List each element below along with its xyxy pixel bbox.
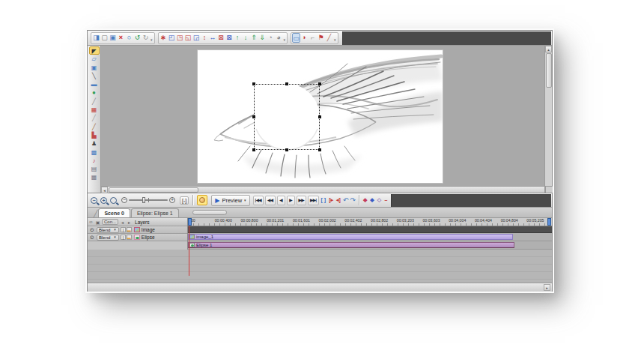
pen-tool[interactable]: ╱	[89, 97, 100, 106]
blend-mode-select[interactable]: Blend▼	[97, 235, 119, 241]
redo-button[interactable]: ↻	[142, 33, 150, 43]
timeline-mode-icon[interactable]: |	[121, 227, 126, 232]
rectangle-tool[interactable]: ▬	[89, 80, 100, 88]
collapse-all-icon[interactable]: ◂	[119, 220, 126, 225]
sync-column-icon[interactable]: ∞	[88, 220, 94, 224]
rotate-cw-button[interactable]: ◕	[275, 33, 283, 43]
selection-rect[interactable]	[254, 84, 320, 150]
bring-front-button[interactable]: ⇑	[250, 33, 258, 43]
send-back-button[interactable]: ⇓	[258, 33, 267, 43]
transform-tool[interactable]: ▱	[89, 55, 100, 63]
fit-box-blue-button[interactable]: ⊠	[225, 33, 234, 43]
scroll-up-icon[interactable]: ▴	[545, 46, 552, 52]
visibility-eye-icon[interactable]: ⊙	[88, 227, 97, 233]
select-tool[interactable]: ◤	[89, 46, 100, 55]
handle-s[interactable]	[285, 148, 288, 151]
view-overflow-icon[interactable]: ▾	[334, 37, 336, 42]
frame-view-button[interactable]: ▭	[292, 33, 300, 43]
handle-sw[interactable]	[252, 148, 255, 151]
play-button[interactable]: ▶	[287, 196, 295, 205]
slant-button[interactable]: ╱	[325, 33, 333, 43]
tab-ellipse[interactable]: Elipse: Elipse 1	[131, 208, 179, 217]
image-tool[interactable]: ▩	[89, 148, 100, 157]
align-top-right-button[interactable]: ◳	[176, 33, 184, 43]
fit-box-red-button[interactable]: ⊠	[217, 33, 225, 43]
prev-keyframe-button[interactable]: ◀◀	[265, 196, 275, 205]
line-tool[interactable]: ╲	[89, 72, 100, 80]
pencil-tool[interactable]: ╱	[89, 123, 100, 131]
v-scroll-thumb[interactable]	[546, 53, 552, 88]
center-origin-button[interactable]: ∗	[160, 33, 168, 43]
center-vertical-button[interactable]: ↕	[201, 33, 209, 43]
preview-button[interactable]: ▶ Preview ▾	[211, 195, 249, 206]
canvas-area[interactable]	[101, 46, 544, 186]
handle-n[interactable]	[285, 82, 288, 85]
swatch-tool[interactable]: ▦	[89, 106, 100, 114]
flag-button[interactable]: ⚑	[317, 33, 325, 43]
artboard-image[interactable]	[198, 50, 443, 183]
loop-in-button[interactable]: [▸	[328, 196, 334, 205]
layer-row-ellipse[interactable]: ⊙ Blend▼ | ▬ Elipse	[88, 234, 187, 241]
grid-tool[interactable]: ▦	[89, 173, 100, 181]
lock-column-icon[interactable]: ▣	[94, 220, 101, 225]
go-start-button[interactable]: |◀◀	[253, 196, 264, 205]
ellipse-tool[interactable]: ●	[89, 88, 100, 97]
zoom-slider[interactable]: − +	[121, 197, 175, 203]
lower-button[interactable]: ↓	[242, 33, 250, 43]
key-marker-icon[interactable]: ▬	[127, 227, 132, 232]
rotate-ccw-button[interactable]: ◔	[267, 33, 275, 43]
ellipse-track-bar[interactable]: Elipse 1	[188, 242, 514, 248]
circle-button[interactable]: ○	[125, 33, 133, 43]
h-scroll-thumb[interactable]	[109, 187, 198, 193]
loop-out-button[interactable]: ◂]	[335, 196, 341, 205]
key-marker-icon[interactable]: ▬	[127, 235, 132, 240]
remove-keyframe-icon[interactable]: −	[384, 198, 387, 203]
visibility-eye-icon[interactable]: ⊙	[88, 235, 97, 241]
raise-button[interactable]: ↑	[234, 33, 242, 43]
fit-timeline-button[interactable]: [-]	[180, 196, 189, 205]
zoom-slider-minus-icon[interactable]: −	[121, 197, 127, 203]
image-track-bar[interactable]: image_1	[188, 234, 513, 240]
go-end-button[interactable]: ▶▶|	[308, 196, 319, 205]
table-tool[interactable]: ▤	[89, 165, 100, 173]
zoom-out-icon[interactable]: −	[91, 197, 97, 204]
curve-button[interactable]: ◗	[300, 33, 309, 43]
step-back-button[interactable]: ◀	[277, 196, 285, 205]
expand-all-icon[interactable]: ▸	[126, 220, 133, 225]
file-overflow-icon[interactable]: ▾	[151, 37, 153, 42]
zoom-slider-thumb[interactable]	[142, 197, 145, 203]
align-bottom-left-button[interactable]: ◱	[184, 33, 192, 43]
zoom-slider-plus-icon[interactable]: +	[169, 197, 175, 203]
scroll-right-icon[interactable]: ▸	[544, 284, 550, 291]
playhead-handle[interactable]	[188, 218, 192, 226]
center-horizontal-button[interactable]: ↔	[209, 33, 217, 43]
onion-next-button[interactable]: ↷	[350, 196, 356, 204]
onion-prev-button[interactable]: ↶	[343, 196, 349, 204]
canvas-v-scrollbar[interactable]: ▴	[544, 46, 552, 193]
add-keyframe-icon[interactable]: ◆	[363, 197, 367, 203]
record-toggle-button[interactable]	[197, 195, 207, 205]
align-bottom-right-button[interactable]: ◲	[192, 33, 201, 43]
loop-range-button[interactable]: [ ]	[321, 196, 327, 205]
handle-nw[interactable]	[252, 82, 255, 85]
tween-icon[interactable]: ◇	[377, 197, 381, 203]
arrange-overflow-icon[interactable]: ▾	[284, 37, 286, 42]
align-top-left-button[interactable]: ◰	[168, 33, 176, 43]
timeline-scroll-thumb[interactable]	[192, 210, 227, 215]
handle-ne[interactable]	[318, 82, 321, 85]
arrange-shapes-tool[interactable]: ▣	[89, 64, 100, 72]
add-motion-key-icon[interactable]: ◆	[370, 197, 374, 203]
zoom-reset-icon[interactable]	[110, 197, 117, 204]
time-ruler[interactable]: 00000:00,40000:00,80000:01,20100:01,6010…	[188, 218, 552, 226]
blend-mode-select[interactable]: Blend▼	[97, 227, 119, 233]
layer-row-image[interactable]: ⊙ Blend▼ | ▬ Image	[88, 226, 187, 234]
import-button[interactable]: ◨	[92, 33, 100, 43]
scroll-left-icon[interactable]: ◂	[101, 187, 108, 193]
controllers-column-button[interactable]: Con...	[102, 219, 118, 225]
eyedropper-tool[interactable]: ╱	[89, 114, 100, 122]
chart-tool[interactable]: ▙	[89, 131, 100, 139]
corner-button[interactable]: ⌐	[309, 33, 317, 43]
bone-tool[interactable]: ♟	[89, 139, 100, 148]
tab-scene-0[interactable]: Scene 0	[98, 208, 130, 217]
timeline-mode-icon[interactable]: |	[121, 235, 126, 240]
